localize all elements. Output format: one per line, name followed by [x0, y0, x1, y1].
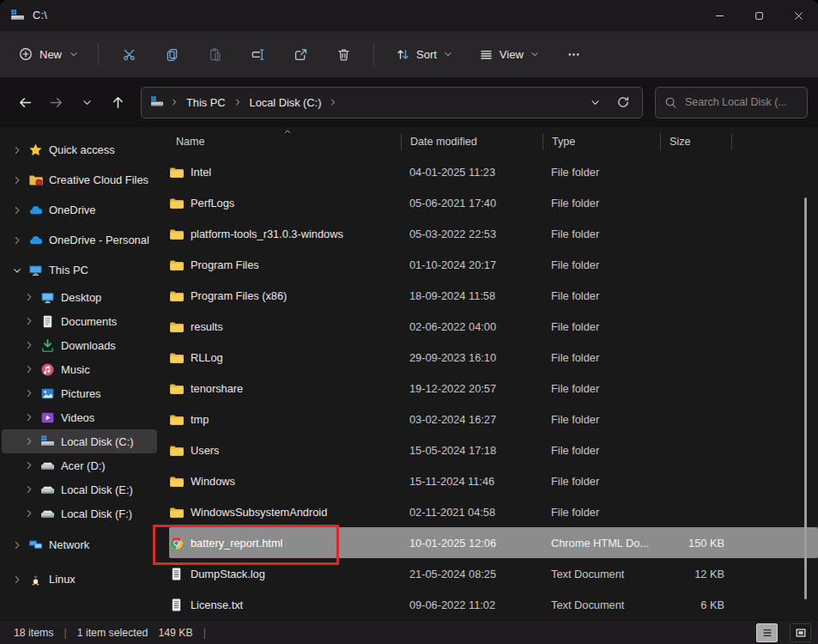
minimize-button[interactable] [700, 0, 739, 31]
file-name-cell: results [169, 319, 401, 334]
sidebar-item-acer-d[interactable]: Acer (D:) [2, 453, 157, 477]
expander-chevron-icon[interactable] [24, 508, 34, 519]
sidebar-item-icon [40, 507, 55, 521]
sidebar-item-videos[interactable]: Videos [2, 405, 157, 429]
sort-icon [396, 47, 410, 62]
sidebar-item-network[interactable]: Network [2, 530, 157, 560]
file-row[interactable]: DumpStack.log 21-05-2024 08:25 Text Docu… [169, 558, 818, 589]
file-name: License.txt [191, 598, 243, 611]
maximize-button[interactable] [739, 0, 779, 31]
share-button[interactable] [282, 38, 319, 70]
status-separator: | [64, 627, 66, 639]
rename-button[interactable] [239, 38, 276, 70]
file-row[interactable]: WindowsSubsystemAndroid 02-11-2021 04:58… [169, 496, 818, 527]
view-button[interactable]: View [469, 38, 550, 70]
expander-chevron-icon[interactable] [24, 412, 34, 422]
file-row[interactable]: Intel 04-01-2025 11:23 File folder [169, 156, 818, 187]
address-bar[interactable]: This PCLocal Disk (C:) [141, 87, 643, 118]
breadcrumb-segment[interactable]: This PC [181, 94, 231, 112]
file-row[interactable]: Program Files 01-10-2024 20:17 File fold… [169, 249, 818, 280]
expander-chevron-icon[interactable] [24, 388, 34, 398]
forward-button[interactable] [41, 88, 70, 117]
new-button[interactable]: New [9, 40, 89, 68]
sidebar-item-local-disk-e[interactable]: Local Disk (E:) [2, 477, 157, 501]
sidebar-item-music[interactable]: Music [2, 357, 157, 381]
expander-chevron-icon[interactable] [24, 340, 34, 350]
chevron-down-icon [443, 49, 453, 59]
file-row[interactable]: platform-tools_r31.0.3-windows 05-03-202… [169, 218, 818, 249]
search-box[interactable] [655, 87, 808, 118]
sidebar-item-desktop[interactable]: Desktop [2, 285, 157, 309]
status-bar: 18 items | 1 item selected 149 KB | [0, 620, 818, 644]
file-date-modified: 19-12-2022 20:57 [401, 382, 542, 395]
file-date-modified: 29-09-2023 16:10 [401, 351, 542, 364]
file-row[interactable]: results 02-06-2022 04:00 File folder [169, 311, 818, 342]
details-view-icon [761, 627, 773, 639]
file-row[interactable]: tmp 03-02-2024 16:27 File folder [169, 404, 818, 434]
file-name-cell: RLLog [169, 350, 401, 365]
more-options-button[interactable] [555, 38, 593, 70]
file-row[interactable]: Program Files (x86) 18-09-2024 11:58 Fil… [169, 280, 818, 311]
cut-button[interactable] [110, 38, 148, 70]
sort-ascending-icon [282, 126, 293, 137]
expander-chevron-icon[interactable] [12, 175, 22, 185]
column-header-name[interactable]: Name [169, 133, 401, 150]
file-name-cell: Program Files (x86) [169, 289, 401, 303]
column-header-type[interactable]: Type [542, 133, 660, 150]
file-row[interactable]: PerfLogs 05-06-2021 17:40 File folder [169, 187, 818, 218]
sidebar-item-downloads[interactable]: Downloads [2, 333, 157, 357]
expander-chevron-icon[interactable] [12, 205, 22, 216]
copy-button[interactable] [153, 38, 191, 70]
close-button[interactable] [779, 0, 818, 31]
file-name-cell: tenorshare [169, 381, 401, 396]
file-row[interactable]: tenorshare 19-12-2022 20:57 File folder [169, 373, 818, 404]
refresh-icon[interactable] [616, 95, 630, 109]
file-row[interactable]: Users 15-05-2024 17:18 File folder [169, 434, 818, 465]
delete-button[interactable] [324, 38, 362, 70]
up-button[interactable] [103, 88, 132, 117]
file-row[interactable]: RLLog 29-09-2023 16:10 File folder [169, 342, 818, 373]
expander-chevron-icon[interactable] [12, 145, 22, 155]
back-button[interactable] [10, 88, 39, 117]
column-header-date-modified[interactable]: Date modified [401, 133, 542, 150]
expander-chevron-icon[interactable] [12, 265, 22, 276]
sidebar-item-quick-access[interactable]: Quick access [2, 135, 157, 165]
details-view-button[interactable] [756, 623, 778, 642]
sidebar-item-icon [40, 338, 55, 353]
sidebar-item-creative-cloud-files[interactable]: Creative Cloud Files [2, 165, 157, 195]
sidebar-item-linux[interactable]: Linux [2, 564, 157, 594]
file-type: File folder [542, 382, 660, 395]
file-row[interactable]: Windows 15-11-2024 11:46 File folder [169, 465, 818, 496]
expander-chevron-icon[interactable] [24, 316, 34, 326]
file-name-cell: WindowsSubsystemAndroid [169, 505, 401, 519]
file-row[interactable]: License.txt 09-06-2022 11:02 Text Docume… [169, 589, 818, 620]
sidebar-item-pictures[interactable]: Pictures [2, 381, 157, 405]
large-icons-view-button[interactable] [790, 623, 811, 642]
sidebar-item-onedrive[interactable]: OneDrive [2, 195, 157, 225]
sidebar-item-this-pc[interactable]: This PC [2, 255, 157, 285]
sort-button[interactable]: Sort [385, 38, 464, 70]
expander-chevron-icon[interactable] [12, 540, 22, 550]
expander-chevron-icon[interactable] [24, 292, 34, 302]
sidebar-item-local-disk-f[interactable]: Local Disk (F:) [2, 501, 157, 526]
expander-chevron-icon[interactable] [12, 235, 22, 246]
column-header-size[interactable]: Size [660, 133, 731, 150]
expander-chevron-icon[interactable] [24, 364, 34, 374]
recent-locations-button[interactable] [72, 88, 101, 117]
new-button-label: New [39, 48, 62, 61]
sidebar-item-documents[interactable]: Documents [2, 309, 157, 333]
address-dropdown-icon[interactable] [590, 97, 601, 108]
paste-button[interactable] [196, 38, 233, 70]
expander-chevron-icon[interactable] [12, 574, 22, 585]
expander-chevron-icon[interactable] [24, 460, 34, 471]
sidebar-item-icon [40, 410, 55, 425]
sidebar-item-local-disk-c[interactable]: Local Disk (C:) [2, 429, 157, 453]
sidebar-item-icon [28, 203, 43, 217]
search-input[interactable] [685, 96, 798, 108]
sidebar-item-onedrive-personal[interactable]: OneDrive - Personal [2, 225, 157, 255]
expander-chevron-icon[interactable] [24, 436, 34, 447]
breadcrumb-segment[interactable]: Local Disk (C:) [245, 94, 327, 112]
expander-chevron-icon[interactable] [24, 484, 34, 495]
file-row[interactable]: battery_report.html 10-01-2025 12:06 Chr… [169, 527, 818, 558]
scrollbar-thumb[interactable] [804, 197, 807, 599]
